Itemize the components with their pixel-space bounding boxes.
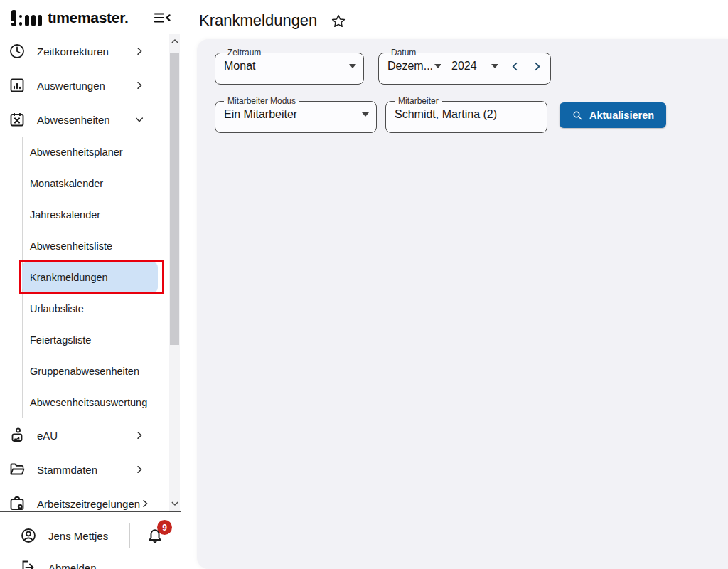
sidebar-subitem-urlaubsliste[interactable]: Urlaubsliste — [22, 293, 158, 324]
sidebar: tımemaster. Zeitkorrekturen — [0, 0, 181, 569]
datum-label: Datum — [387, 48, 419, 58]
chevron-right-icon — [134, 80, 144, 90]
sidebar-item-stammdaten[interactable]: Stammdaten — [0, 452, 168, 486]
sidebar-scrollbar[interactable] — [169, 34, 180, 511]
caret-down-icon — [362, 112, 369, 117]
main-content: Krankmeldungen Zeitraum Monat Datum — [181, 0, 728, 569]
chevron-right-icon — [140, 499, 150, 509]
sidebar-item-arbeitszeitregelungen[interactable]: Arbeitszeitregelungen — [0, 486, 168, 511]
caret-down-icon — [434, 64, 441, 68]
scroll-up-icon[interactable] — [169, 36, 180, 47]
search-icon — [572, 110, 583, 121]
sidebar-subitem-abwesenheitsliste[interactable]: Abwesenheitsliste — [22, 230, 158, 262]
mitarbeiter-input[interactable]: Mitarbeiter Schmidt, Martina (2) — [385, 97, 547, 133]
mitarbeiter-value: Schmidt, Martina (2) — [395, 108, 497, 121]
timemaster-logo-icon — [11, 10, 42, 26]
sidebar-subitem-gruppenabwesenheiten[interactable]: Gruppenabwesenheiten — [22, 356, 158, 387]
mitarbeiter-label: Mitarbeiter — [395, 97, 442, 106]
chevron-right-icon — [532, 61, 542, 72]
content-panel: Zeitraum Monat Datum Dezem... 2 — [197, 39, 728, 569]
user-menu[interactable]: Jens Mettjes 9 — [0, 521, 181, 551]
chevron-right-icon — [134, 464, 144, 474]
favorite-star-icon[interactable] — [330, 13, 347, 30]
chevron-right-icon — [134, 46, 144, 56]
collapse-sidebar-icon[interactable] — [151, 9, 173, 27]
bar-chart-icon — [9, 77, 26, 94]
calendar-x-icon — [9, 111, 26, 128]
sidebar-item-auswertungen[interactable]: Auswertungen — [0, 68, 168, 102]
clock-icon — [9, 43, 26, 60]
scrollbar-thumb[interactable] — [170, 53, 179, 345]
chevron-right-icon — [134, 430, 144, 440]
sidebar-subitem-monatskalender[interactable]: Monatskalender — [22, 168, 158, 199]
folder-open-icon — [9, 461, 26, 478]
notifications-button[interactable]: 9 — [146, 526, 164, 545]
sidebar-subitem-abwesenheitsauswertung[interactable]: Abwesenheitsauswertung — [22, 387, 158, 418]
mitarbeiter-modus-value: Ein Mitarbeiter — [224, 108, 297, 121]
abwesenheiten-submenu: Abwesenheitsplaner Monatskalender Jahres… — [22, 137, 168, 418]
logo-row: tımemaster. — [11, 7, 173, 28]
previous-period-button[interactable] — [510, 61, 520, 72]
caret-down-icon — [349, 64, 356, 68]
notification-badge: 9 — [157, 520, 172, 535]
zeitraum-select[interactable]: Zeitraum Monat — [215, 48, 364, 85]
aktualisieren-button[interactable]: Aktualisieren — [560, 102, 666, 128]
caret-down-icon — [491, 64, 498, 68]
sidebar-item-zeitkorrekturen[interactable]: Zeitkorrekturen — [0, 34, 168, 68]
sidebar-nav: Zeitkorrekturen Auswertungen — [0, 34, 168, 511]
datum-field: Datum Dezem... 2024 — [378, 48, 551, 85]
briefcase-clock-icon — [9, 495, 26, 511]
page-title: Krankmeldungen — [199, 11, 317, 30]
user-name: Jens Mettjes — [48, 530, 108, 542]
sidebar-subitem-abwesenheitsplaner[interactable]: Abwesenheitsplaner — [22, 137, 158, 168]
sidebar-footer: Jens Mettjes 9 Abmelden — [0, 511, 181, 569]
logout-icon — [20, 559, 37, 569]
sidebar-subitem-jahreskalender[interactable]: Jahreskalender — [22, 199, 158, 230]
person-report-icon — [9, 427, 26, 444]
sidebar-item-eau[interactable]: eAU — [0, 418, 168, 452]
next-period-button[interactable] — [532, 61, 542, 72]
month-select[interactable]: Dezem... — [387, 60, 441, 73]
footer-divider — [129, 523, 130, 548]
main-header: Krankmeldungen — [181, 0, 728, 30]
chevron-left-icon — [510, 61, 520, 72]
zeitraum-value: Monat — [224, 60, 255, 73]
logout-button[interactable]: Abmelden — [0, 559, 181, 569]
person-circle-icon — [20, 527, 37, 544]
chevron-down-icon — [134, 115, 144, 124]
mitarbeiter-modus-select[interactable]: Mitarbeiter Modus Ein Mitarbeiter — [215, 97, 377, 133]
sidebar-subitem-krankmeldungen[interactable]: Krankmeldungen — [22, 262, 158, 293]
mitarbeiter-modus-label: Mitarbeiter Modus — [224, 97, 299, 106]
year-select[interactable]: 2024 — [451, 60, 498, 73]
app-logo: tımemaster. — [11, 9, 128, 26]
app-logo-text: tımemaster. — [48, 9, 128, 26]
scroll-down-icon[interactable] — [169, 498, 180, 509]
sidebar-item-abwesenheiten[interactable]: Abwesenheiten — [0, 102, 168, 137]
sidebar-subitem-feiertagsliste[interactable]: Feiertagsliste — [22, 324, 158, 356]
filter-bar: Zeitraum Monat Datum Dezem... 2 — [197, 39, 728, 133]
zeitraum-label: Zeitraum — [224, 48, 264, 58]
